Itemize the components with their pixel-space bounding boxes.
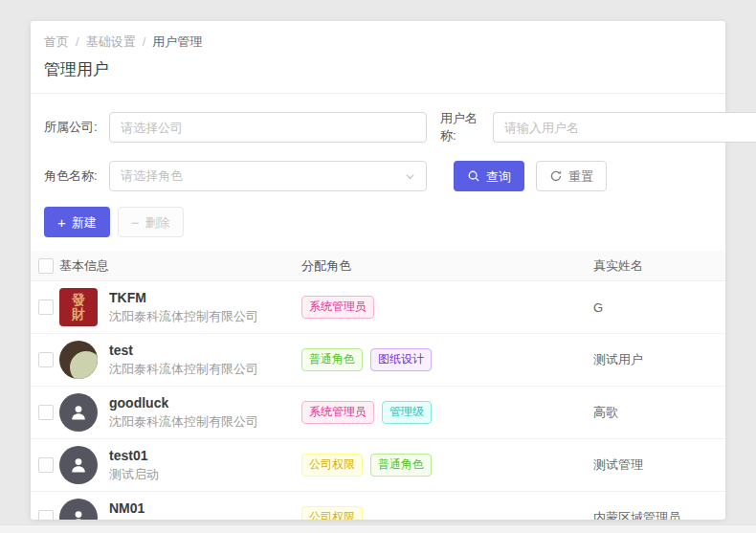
create-button-label: 新建 [72, 216, 97, 229]
role-tag: 图纸设计 [370, 348, 432, 370]
horizontal-scrollbar[interactable] [0, 524, 756, 533]
filter-buttons: 查询 重置 [454, 161, 607, 191]
breadcrumb-user-management: 用户管理 [152, 33, 202, 50]
real-name: 高歌 [593, 404, 725, 421]
row-checkbox-cell [31, 300, 59, 315]
role-tag: 系统管理员 [301, 401, 374, 423]
reset-button-label: 重置 [568, 170, 593, 183]
reset-button[interactable]: 重置 [536, 161, 607, 191]
header-basic-info-label: 基本信息 [59, 257, 109, 275]
header-real-name-label: 真实姓名 [593, 258, 643, 273]
header-roles-label: 分配角色 [301, 257, 351, 275]
row-checkbox-cell [31, 405, 59, 420]
breadcrumb-home[interactable]: 首页 [44, 33, 69, 50]
chevron-down-icon [405, 171, 415, 182]
role-select-placeholder: 请选择角色 [121, 167, 183, 185]
filter-row-1: 所属公司: 用户名称: [44, 110, 712, 144]
breadcrumb-separator: / [76, 33, 79, 50]
person-icon [68, 507, 89, 520]
real-name: 测试管理 [593, 456, 725, 474]
real-name: 测试用户 [593, 351, 725, 368]
basic-info-cell: test 沈阳泰科流体控制有限公司 [59, 341, 301, 379]
user-company: 沈阳泰科流体控制有限公司 [109, 413, 258, 431]
basic-info-cell: 發財 TKFM 沈阳泰科流体控制有限公司 [59, 288, 301, 326]
page-title: 管理用户 [44, 59, 712, 80]
user-table: 基本信息 分配角色 真实姓名 發財 TKFM 沈阳泰科流体控制有限公司 系统管理… [31, 251, 725, 520]
table-row: goodluck 沈阳泰科流体控制有限公司 系统管理员管理级 高歌 [31, 387, 725, 439]
avatar [59, 446, 98, 484]
user-name: NM01 [109, 500, 246, 516]
company-field: 所属公司: [44, 112, 427, 143]
refresh-icon [549, 169, 563, 183]
user-company: 沈阳泰科流体控制有限公司 [109, 308, 258, 325]
table-row: NM01 内蒙古盛和热力有限公司 公司权限 内蒙区域管理员 [31, 492, 725, 520]
user-company: 沈阳泰科流体控制有限公司 [109, 361, 258, 378]
username-field: 用户名称: [440, 110, 756, 144]
real-name: G [593, 300, 725, 315]
create-button[interactable]: + 新建 [44, 207, 110, 237]
row-checkbox[interactable] [38, 300, 54, 315]
breadcrumb-basic-settings[interactable]: 基础设置 [86, 33, 136, 50]
avatar [59, 393, 98, 432]
role-tags: 公司权限 [301, 506, 593, 520]
username-input[interactable] [493, 112, 756, 143]
row-checkbox-cell [31, 457, 59, 473]
role-tag: 系统管理员 [301, 296, 374, 318]
table-row: test 沈阳泰科流体控制有限公司 普通角色图纸设计 测试用户 [31, 334, 725, 387]
role-tags: 公司权限普通角色 [301, 454, 593, 476]
user-company: 内蒙古盛和热力有限公司 [109, 519, 246, 521]
header-basic-info: 基本信息 [59, 257, 301, 275]
role-tag: 公司权限 [301, 454, 363, 476]
company-label: 所属公司: [44, 119, 109, 136]
row-checkbox[interactable] [38, 352, 54, 367]
table-row: 發財 TKFM 沈阳泰科流体控制有限公司 系统管理员 G [31, 281, 725, 334]
real-name: 内蒙区域管理员 [593, 509, 725, 520]
user-text: TKFM 沈阳泰科流体控制有限公司 [109, 290, 258, 325]
table-row: test01 测试启动 公司权限普通角色 测试管理 [31, 439, 725, 492]
user-text: test 沈阳泰科流体控制有限公司 [109, 343, 258, 378]
role-select[interactable]: 请选择角色 [109, 161, 427, 191]
company-input[interactable] [109, 112, 427, 143]
row-checkbox-cell [31, 352, 59, 367]
role-tags: 普通角色图纸设计 [301, 348, 593, 370]
breadcrumb-separator: / [143, 33, 146, 50]
user-name: goodluck [109, 395, 258, 411]
username-label: 用户名称: [440, 110, 493, 144]
search-button[interactable]: 查询 [454, 161, 524, 191]
role-tag: 管理级 [382, 401, 432, 423]
user-company: 测试启动 [109, 466, 159, 483]
user-management-card: 首页 / 基础设置 / 用户管理 管理用户 所属公司: 用户名称: 角色名称: … [31, 21, 725, 520]
basic-info-cell: NM01 内蒙古盛和热力有限公司 [59, 499, 301, 520]
role-tag: 普通角色 [370, 454, 432, 476]
plus-icon: + [57, 215, 66, 230]
user-name: test [109, 343, 258, 358]
row-checkbox[interactable] [38, 510, 54, 520]
user-text: goodluck 沈阳泰科流体控制有限公司 [109, 395, 258, 431]
user-text: NM01 内蒙古盛和热力有限公司 [109, 500, 246, 521]
search-button-label: 查询 [486, 170, 511, 183]
avatar [59, 341, 98, 379]
header-roles: 分配角色 [301, 257, 593, 275]
role-tags: 系统管理员管理级 [301, 401, 593, 423]
table-body: 發財 TKFM 沈阳泰科流体控制有限公司 系统管理员 G test 沈阳泰科流体… [31, 281, 725, 520]
select-all-checkbox[interactable] [38, 258, 54, 274]
table-header: 基本信息 分配角色 真实姓名 [31, 251, 725, 281]
user-text: test01 测试启动 [109, 448, 159, 483]
minus-icon: − [131, 215, 140, 230]
search-icon [467, 169, 480, 183]
bulk-actions: + 新建 − 删除 [44, 207, 712, 237]
row-checkbox[interactable] [38, 457, 54, 473]
header-real-name: 真实姓名 [593, 257, 725, 275]
card-head: 首页 / 基础设置 / 用户管理 管理用户 [31, 21, 725, 80]
role-field: 角色名称: 请选择角色 [44, 161, 427, 191]
row-checkbox[interactable] [38, 405, 54, 420]
person-icon [68, 402, 89, 423]
role-tags: 系统管理员 [301, 296, 593, 318]
delete-button[interactable]: − 删除 [118, 207, 184, 237]
filter-row-2: 角色名称: 请选择角色 查询 [44, 161, 712, 191]
basic-info-cell: goodluck 沈阳泰科流体控制有限公司 [59, 393, 301, 432]
filter-section: 所属公司: 用户名称: 角色名称: 请选择角色 [31, 94, 725, 237]
basic-info-cell: test01 测试启动 [59, 446, 301, 484]
user-name: TKFM [109, 290, 258, 305]
role-tag: 公司权限 [301, 506, 363, 520]
